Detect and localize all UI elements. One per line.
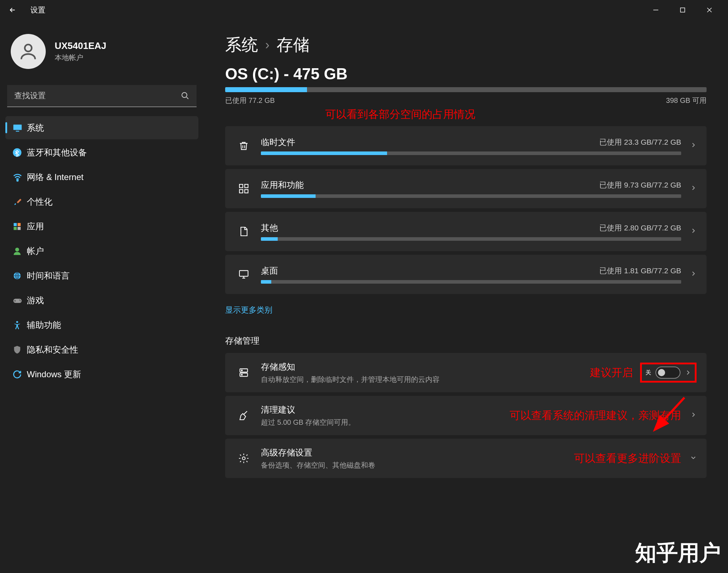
- storage-category-0[interactable]: 临时文件 已使用 23.3 GB/77.2 GB: [225, 126, 707, 165]
- sidebar-item-label: 游戏: [27, 295, 44, 306]
- mgmt-title: 存储感知: [261, 361, 440, 373]
- toggle-label: 关: [645, 369, 651, 377]
- bluetooth-icon: [13, 148, 27, 157]
- show-more-link[interactable]: 显示更多类别: [225, 305, 272, 315]
- category-title: 桌面: [261, 265, 278, 276]
- category-bar: [261, 280, 681, 284]
- mgmt-item-2[interactable]: 高级存储设置 备份选项、存储空间、其他磁盘和卷 可以查看更多进阶设置: [225, 439, 707, 478]
- mgmt-sub: 备份选项、存储空间、其他磁盘和卷: [261, 460, 375, 470]
- sidebar-item-6[interactable]: 时间和语言: [5, 264, 198, 287]
- gamepad-icon: [13, 295, 27, 305]
- chevron-right-icon: [690, 270, 697, 278]
- sidebar-item-label: 隐私和安全性: [27, 344, 78, 355]
- sidebar-item-4[interactable]: 应用: [5, 215, 198, 238]
- breadcrumb-current: 存储: [277, 34, 309, 56]
- sidebar-item-8[interactable]: 辅助功能: [5, 313, 198, 337]
- svg-point-7: [17, 180, 18, 181]
- svg-rect-20: [245, 184, 248, 188]
- globe-icon: [13, 271, 27, 280]
- close-button[interactable]: [696, 1, 723, 19]
- mgmt-item-1[interactable]: 清理建议 超过 5.00 GB 存储空间可用。 可以查看系统的清理建议，亲测有用: [225, 396, 707, 435]
- sidebar-item-5[interactable]: 帐户: [5, 239, 198, 263]
- storage-category-1[interactable]: 应用和功能 已使用 9.73 GB/77.2 GB: [225, 169, 707, 208]
- update-icon: [13, 370, 27, 379]
- svg-rect-4: [13, 124, 21, 130]
- sidebar-item-9[interactable]: 隐私和安全性: [5, 338, 198, 361]
- svg-rect-19: [239, 184, 243, 188]
- window-title: 设置: [30, 5, 45, 15]
- sidebar: UX5401EAJ 本地帐户 系统蓝牙和其他设备网络 & Internet个性化…: [0, 20, 204, 573]
- drive-free-label: 398 GB 可用: [666, 96, 707, 105]
- search-input[interactable]: [14, 91, 181, 100]
- sidebar-item-10[interactable]: Windows 更新: [5, 363, 198, 386]
- chevron-right-icon: [690, 228, 697, 235]
- drive-title: OS (C:) - 475 GB: [225, 65, 707, 83]
- sidebar-item-7[interactable]: 游戏: [5, 289, 198, 312]
- svg-point-12: [15, 248, 19, 251]
- chevron-right-icon: [690, 412, 697, 419]
- sidebar-item-label: 系统: [27, 122, 44, 134]
- category-bar: [261, 237, 681, 241]
- sidebar-item-label: 时间和语言: [27, 270, 70, 281]
- profile-sub: 本地帐户: [55, 53, 107, 63]
- sidebar-item-1[interactable]: 蓝牙和其他设备: [5, 141, 198, 164]
- svg-rect-9: [18, 223, 21, 226]
- svg-point-18: [16, 321, 18, 323]
- svg-rect-22: [245, 190, 248, 193]
- category-usage: 已使用 9.73 GB/77.2 GB: [599, 180, 681, 190]
- title-bar: 设置: [0, 0, 728, 20]
- breadcrumb-parent[interactable]: 系统: [225, 34, 258, 56]
- profile-block[interactable]: UX5401EAJ 本地帐户: [5, 34, 198, 80]
- apps-grid-icon: [235, 183, 252, 194]
- sidebar-item-label: 网络 & Internet: [27, 171, 84, 183]
- svg-point-3: [182, 93, 187, 98]
- svg-point-27: [241, 374, 242, 375]
- annotation-advanced: 可以查看更多进阶设置: [574, 451, 681, 466]
- category-title: 临时文件: [261, 136, 295, 148]
- chevron-right-icon: [690, 185, 697, 193]
- storage-sense-toggle[interactable]: [655, 367, 680, 379]
- minimize-button[interactable]: [642, 1, 669, 19]
- sidebar-item-label: 个性化: [27, 196, 53, 208]
- drive-usage-bar: [225, 87, 707, 92]
- mgmt-item-0[interactable]: 存储感知 自动释放空间，删除临时文件，并管理本地可用的云内容 建议开启 关: [225, 353, 707, 392]
- back-button[interactable]: [5, 6, 20, 14]
- sidebar-item-2[interactable]: 网络 & Internet: [5, 165, 198, 189]
- file-icon: [235, 226, 252, 237]
- storage-category-3[interactable]: 桌面 已使用 1.81 GB/77.2 GB: [225, 255, 707, 294]
- svg-point-16: [19, 299, 20, 300]
- svg-point-2: [25, 45, 31, 51]
- maximize-button[interactable]: [669, 1, 696, 19]
- person-icon: [13, 246, 27, 256]
- trash-icon: [235, 140, 252, 151]
- profile-name: UX5401EAJ: [55, 40, 107, 51]
- chevron-right-icon[interactable]: [685, 369, 691, 376]
- sidebar-item-3[interactable]: 个性化: [5, 190, 198, 213]
- svg-rect-21: [239, 190, 243, 193]
- accessibility-icon: [13, 320, 27, 330]
- chevron-down-icon: [690, 454, 697, 462]
- category-usage: 已使用 1.81 GB/77.2 GB: [599, 266, 681, 276]
- category-bar: [261, 194, 681, 198]
- storage-category-2[interactable]: 其他 已使用 2.80 GB/77.2 GB: [225, 212, 707, 251]
- sidebar-item-label: 蓝牙和其他设备: [27, 147, 87, 158]
- search-input-wrap[interactable]: [7, 85, 197, 107]
- apps-icon: [13, 222, 27, 231]
- category-title: 应用和功能: [261, 179, 304, 191]
- sidebar-item-label: 辅助功能: [27, 319, 61, 331]
- chevron-right-icon: ›: [265, 38, 269, 53]
- svg-rect-23: [239, 270, 248, 276]
- watermark: 知乎用户: [635, 539, 721, 568]
- category-bar: [261, 151, 681, 155]
- mgmt-sub: 自动释放空间，删除临时文件，并管理本地可用的云内容: [261, 375, 440, 384]
- broom-icon: [235, 410, 252, 421]
- shield-icon: [13, 345, 27, 354]
- avatar: [11, 34, 46, 69]
- svg-line-29: [656, 398, 684, 429]
- sidebar-item-0[interactable]: 系统: [5, 116, 198, 139]
- sidebar-item-label: 帐户: [27, 245, 44, 257]
- display-icon: [13, 123, 27, 133]
- brush-icon: [13, 197, 27, 206]
- svg-rect-1: [680, 8, 685, 12]
- chevron-right-icon: [690, 142, 697, 150]
